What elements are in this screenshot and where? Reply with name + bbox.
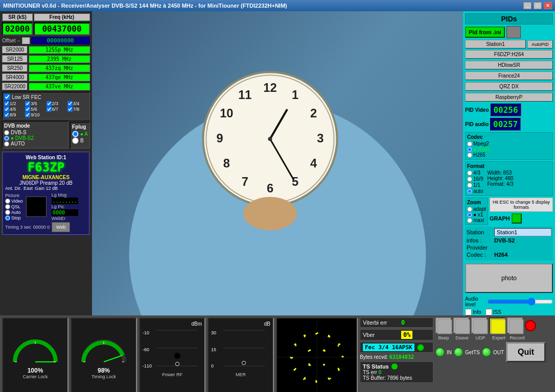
dvb-s-option: DVB-S — [4, 130, 66, 135]
preset-btn-0[interactable]: SR2000 — [2, 46, 28, 54]
in-label: IN — [447, 350, 452, 355]
video-canvas — [92, 11, 463, 315]
quit-button[interactable]: Quit — [506, 342, 546, 362]
pid-from-row: Pid from .ini — [465, 26, 553, 38]
maximize-button[interactable]: □ — [534, 2, 542, 9]
svg-rect-18 — [473, 320, 488, 334]
vber-value: 0% — [401, 331, 412, 339]
audio-level-row: Audio level — [465, 296, 553, 307]
lg-msg-dots: ........ — [52, 198, 78, 204]
picture-label: Picture — [5, 193, 23, 198]
preset-freq-1: 2395 MHz — [29, 55, 90, 63]
info-iss-row: Info ISS — [465, 309, 553, 315]
fplug-title: Fplug — [72, 124, 88, 130]
bottom-section: 100% Carrier Lock 98% Timing Lock dBm -1… — [0, 315, 555, 392]
dvb-fplug-row: DVB mode DVB-S ● DVB-S2 AUTO Fplug ● A — [2, 121, 90, 149]
station-qrzdx-button[interactable]: QRZ DX — [465, 82, 553, 91]
rf-needle-dot — [175, 362, 179, 366]
dsave-icon — [453, 317, 470, 334]
station-france24-button[interactable]: France24 — [465, 71, 553, 80]
beep-icon-svg — [436, 318, 453, 335]
svg-rect-19 — [491, 320, 505, 334]
udp-label: UDP — [472, 335, 489, 340]
preset-row-4: SR22000 437ve MHz — [2, 83, 90, 90]
height-value: 480 — [505, 176, 514, 181]
sr-freq-values: 02000 00437000 — [2, 22, 90, 35]
dsave-label: Dsave — [454, 335, 470, 340]
timing-lock-meter: 98% Timing Lock — [71, 317, 137, 392]
window-title: MINITIOUNER v0.6d - Receiver/Analyser DV… — [3, 3, 523, 9]
fplug-section: Fplug ● A B — [70, 122, 90, 149]
provider-row: Provider — [467, 244, 551, 251]
station-hdlow-button[interactable]: HDlowSR — [465, 61, 553, 69]
station-raspberry-button[interactable]: RaspberryP — [465, 93, 553, 102]
station-info-label: Station — [467, 229, 492, 235]
low-sr-fec-label: Low SR FEC — [12, 94, 41, 100]
constellation-box — [276, 317, 358, 392]
freq-value[interactable]: 00437000 — [34, 22, 90, 35]
offset-minus-button[interactable]: − — [22, 37, 30, 44]
left-panel: SR (kS) Freq (kHz) 02000 00437000 Offset… — [0, 11, 92, 315]
pid-icon — [506, 26, 521, 38]
format-1-1: 1/1 — [467, 182, 483, 188]
svg-point-11 — [174, 353, 180, 359]
viterbi-value: 0 — [401, 319, 405, 326]
pid-from-button[interactable]: Pid from .ini — [465, 27, 505, 38]
preset-btn-2[interactable]: SR250 — [2, 64, 28, 72]
web-station-box: Web Station ID:1 F6ЗZP MIGNE-AUXANCES JN… — [2, 152, 90, 235]
station-f6dzp-button[interactable]: F6DZP:H264 — [465, 50, 553, 59]
web-station-name: MIGNE-AUXANCES — [5, 175, 87, 180]
fec-5-6: 5/6 — [25, 107, 45, 112]
fplug-a-option: ● A — [72, 131, 88, 137]
rf-power-meter: dBm -10 -60 -110 — [139, 317, 205, 392]
fec-3-5: 3/5 — [25, 101, 45, 106]
mer-scale-bot: 0 — [211, 363, 216, 369]
ant-direction: East — [24, 186, 33, 191]
infos-label: infos : — [467, 237, 492, 243]
offset-value[interactable]: 00000000 — [31, 37, 90, 44]
format-val-value: 4/3 — [506, 181, 514, 187]
lg-msg-label: Lg Msg — [52, 192, 78, 198]
codec-info-row: Codec : H264 — [467, 252, 551, 258]
ws-bottom-row: Timing 3 sec 00000 0 Web — [5, 222, 87, 232]
ws-lg-section: Lg Msg ........ Lg Pic 0000 WebEr — [52, 192, 78, 221]
record-button[interactable] — [525, 320, 536, 331]
mer-scale-top: 30 — [211, 330, 216, 335]
pid-video-value: 00256 — [491, 104, 521, 116]
sr-value[interactable]: 02000 — [2, 22, 33, 35]
rf-meter-content: -10 -60 -110 — [143, 328, 202, 371]
pid-audio-row: PID audio 00257 — [465, 118, 553, 131]
autopid-button[interactable]: AutoPID — [527, 40, 553, 48]
timing-label: Timing — [5, 225, 19, 230]
close-button[interactable]: ✕ — [544, 2, 552, 9]
preset-btn-4[interactable]: SR22000 — [2, 83, 28, 90]
video-area — [92, 11, 463, 315]
web-button[interactable]: Web — [52, 222, 70, 232]
power-rf-label: Power RF — [143, 372, 202, 377]
minimize-button[interactable]: _ — [523, 2, 531, 9]
audio-level-slider[interactable] — [487, 298, 553, 305]
info-checkbox[interactable] — [465, 309, 472, 315]
dvb-auto-option: AUTO — [4, 141, 66, 146]
photo-button[interactable]: photo — [465, 263, 553, 293]
fec-led — [417, 344, 424, 351]
provider-label: Provider — [467, 244, 492, 251]
station1-button[interactable]: Station1 — [465, 40, 526, 48]
svg-line-4 — [104, 355, 123, 362]
low-sr-fec-checkbox[interactable] — [4, 94, 10, 100]
carrier-lock-value: 100% — [28, 367, 43, 374]
preset-btn-1[interactable]: SR125 — [2, 55, 28, 63]
ws-picture-row: Picture Video QSL Auto Stop Lg Msg .....… — [5, 192, 87, 221]
udp-icon — [471, 317, 488, 334]
graph-button[interactable] — [512, 213, 522, 224]
esc-hint: Hit ESC to change 5 display formats — [490, 198, 553, 212]
zoom-maxi: maxi — [467, 217, 486, 223]
iss-checkbox[interactable] — [485, 309, 492, 315]
fec-status-row: Fec 3/4 16APSK — [360, 342, 433, 353]
ts-status-label: TS Status — [363, 363, 389, 370]
format-info: Width: 853 Height: 480 Format: 4/3 — [487, 170, 513, 194]
mer-scale-labels: 30 15 0 — [211, 328, 216, 369]
preset-btn-3[interactable]: SR4000 — [2, 74, 28, 81]
preset-row-0: SR2000 1255p MHz — [2, 46, 90, 54]
vber-label: Vber — [363, 332, 399, 338]
